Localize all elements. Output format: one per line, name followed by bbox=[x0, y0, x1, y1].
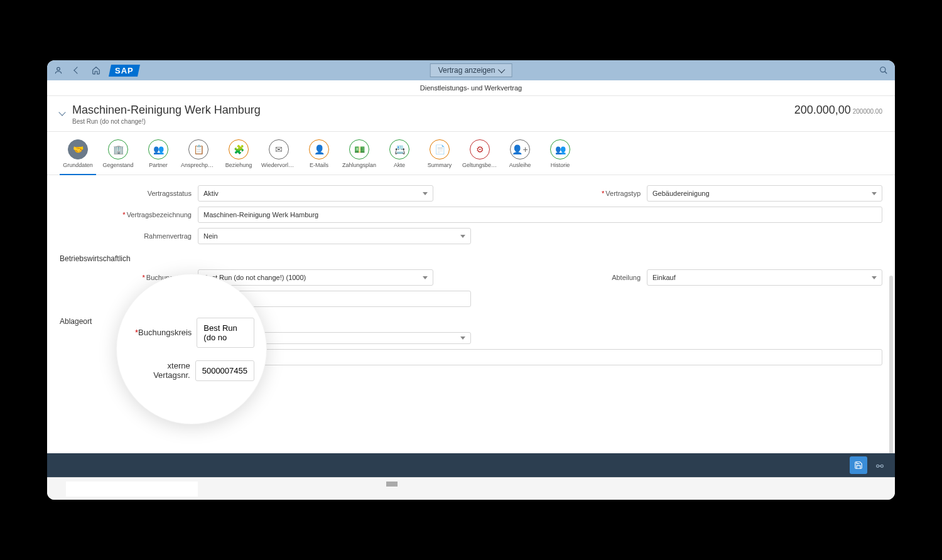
tab-label: Geltungsber... bbox=[462, 162, 497, 168]
tab-ausleihe[interactable]: 👤+Ausleihe bbox=[502, 137, 538, 175]
tab-zahlungsplan[interactable]: 💵Zahlungsplan bbox=[341, 137, 377, 175]
tab-label: Partner bbox=[149, 162, 168, 168]
tab-icon: 🧩 bbox=[229, 139, 249, 159]
label-vertragsstatus: Vertragsstatus bbox=[60, 190, 198, 197]
svg-point-0 bbox=[57, 67, 60, 70]
select-vertragstyp[interactable]: Gebäudereinigung bbox=[647, 185, 882, 202]
select-rahmenvertrag[interactable]: Nein bbox=[198, 228, 471, 244]
tab-label: Akte bbox=[394, 162, 405, 168]
label-vertragstyp: Vertragstyp bbox=[509, 190, 647, 197]
svg-line-2 bbox=[885, 72, 887, 74]
tab-icon: ✉ bbox=[269, 139, 289, 159]
tab-label: Ausleihe bbox=[509, 162, 531, 168]
tab-label: Zahlungsplan bbox=[342, 162, 376, 168]
topbar-center: Vertrag anzeigen bbox=[430, 63, 512, 77]
icon-tab-bar: 🤝Grunddaten🏢Gegenstand👥Partner📋Ansprechp… bbox=[47, 132, 895, 175]
mag-label-externe: xterne Vertagsnr. bbox=[135, 361, 195, 380]
tab-label: E-Mails bbox=[310, 162, 328, 168]
magnifier-overlay: *Buchungskreis Best Run (do no xterne Ve… bbox=[116, 274, 267, 424]
tab-label: Gegenstand bbox=[102, 162, 133, 168]
bottom-strip bbox=[47, 477, 895, 500]
section-betriebswirtschaftlich: Betriebswirtschaftlich bbox=[60, 254, 882, 263]
back-icon[interactable] bbox=[72, 65, 82, 75]
select-vertragsstatus[interactable]: Aktiv bbox=[198, 185, 433, 202]
svg-point-3 bbox=[877, 465, 879, 467]
select-abteilung[interactable]: Einkauf bbox=[647, 269, 882, 286]
tab-gegenstand[interactable]: 🏢Gegenstand bbox=[100, 137, 136, 175]
tab-icon: 📋 bbox=[188, 139, 208, 159]
topbar-right bbox=[879, 65, 889, 75]
tab-emails[interactable]: 👤E-Mails bbox=[301, 137, 337, 175]
tab-icon: 📄 bbox=[430, 139, 450, 159]
tab-label: Ansprechpar... bbox=[181, 162, 216, 168]
tab-wiedervorlage[interactable]: ✉Wiedervorlage bbox=[261, 137, 297, 175]
tab-icon: 👥 bbox=[550, 139, 570, 159]
select-buchungskreis[interactable]: Best Run (do not change!) (1000) bbox=[198, 269, 433, 286]
tab-icon: 🏢 bbox=[108, 139, 128, 159]
subtitle-bar: Dienstleistungs- und Werkvertrag bbox=[47, 80, 895, 96]
topbar-left: SAP bbox=[53, 65, 139, 77]
tab-icon: ⚙ bbox=[470, 139, 490, 159]
chevron-down-icon bbox=[498, 66, 505, 73]
tab-ansprechpar[interactable]: 📋Ansprechpar... bbox=[180, 137, 217, 175]
tab-label: Beziehung bbox=[225, 162, 252, 168]
svg-point-4 bbox=[880, 465, 883, 467]
search-icon[interactable] bbox=[879, 65, 889, 75]
tab-historie[interactable]: 👥Historie bbox=[542, 137, 578, 175]
page-mode-label: Vertrag anzeigen bbox=[438, 66, 495, 75]
topbar: SAP Vertrag anzeigen bbox=[47, 60, 895, 80]
tab-akte[interactable]: 📇Akte bbox=[381, 137, 418, 175]
tab-icon: 💵 bbox=[349, 139, 369, 159]
tab-beziehung[interactable]: 🧩Beziehung bbox=[220, 137, 257, 175]
title-section: Maschinen-Reinigung Werk Hamburg Best Ru… bbox=[47, 96, 895, 132]
home-icon[interactable] bbox=[91, 65, 101, 75]
tab-icon: 👤 bbox=[309, 139, 329, 159]
page-subtitle: Best Run (do not change!) bbox=[72, 118, 261, 125]
page-title: Maschinen-Reinigung Werk Hamburg bbox=[72, 104, 261, 117]
input-vertragsbezeichnung[interactable]: Maschinen-Reinigung Werk Hamburg bbox=[198, 207, 882, 223]
title-text: Maschinen-Reinigung Werk Hamburg Best Ru… bbox=[72, 104, 261, 125]
tab-icon: 🤝 bbox=[68, 139, 88, 159]
sap-logo: SAP bbox=[109, 65, 140, 77]
page-mode-dropdown[interactable]: Vertrag anzeigen bbox=[430, 63, 512, 77]
tab-partner[interactable]: 👥Partner bbox=[140, 137, 176, 175]
amount-display: 200.000,00200000.00 bbox=[794, 104, 882, 117]
svg-point-1 bbox=[880, 67, 885, 72]
bottom-gray-block bbox=[386, 482, 398, 487]
tab-summary[interactable]: 📄Summary bbox=[421, 137, 458, 175]
tab-icon: 👥 bbox=[148, 139, 168, 159]
amount-main: 200.000,00 bbox=[794, 104, 851, 116]
mag-input-buchungskreis[interactable]: Best Run (do no bbox=[197, 318, 254, 348]
mag-input-externe[interactable]: 5000007455 bbox=[195, 360, 254, 381]
tab-grunddaten[interactable]: 🤝Grunddaten bbox=[60, 137, 96, 175]
collapse-toggle[interactable] bbox=[60, 106, 65, 117]
tab-label: Grunddaten bbox=[63, 162, 93, 168]
bottom-white-block bbox=[66, 482, 198, 497]
footer-bar bbox=[47, 453, 895, 477]
tab-label: Wiedervorlage bbox=[261, 162, 296, 168]
glasses-icon[interactable] bbox=[871, 456, 889, 474]
tab-icon: 👤+ bbox=[510, 139, 530, 159]
save-button[interactable] bbox=[850, 456, 867, 474]
tab-label: Historie bbox=[551, 162, 570, 168]
input-beschr-ablageort[interactable]: Regal 24/2345 bbox=[198, 349, 882, 365]
label-abteilung: Abteilung bbox=[509, 274, 647, 281]
tab-label: Summary bbox=[428, 162, 452, 168]
label-vertragsbezeichnung: Vertragsbezeichnung bbox=[60, 211, 198, 218]
label-rahmenvertrag: Rahmenvertrag bbox=[60, 232, 198, 240]
user-icon[interactable] bbox=[53, 65, 63, 75]
app-window: SAP Vertrag anzeigen Dienstleistungs- un… bbox=[47, 60, 895, 500]
amount-small: 200000.00 bbox=[853, 108, 882, 115]
mag-label-buchungskreis: *Buchungskreis bbox=[135, 328, 197, 337]
tab-icon: 📇 bbox=[389, 139, 409, 159]
tab-geltungsber[interactable]: ⚙Geltungsber... bbox=[462, 137, 498, 175]
